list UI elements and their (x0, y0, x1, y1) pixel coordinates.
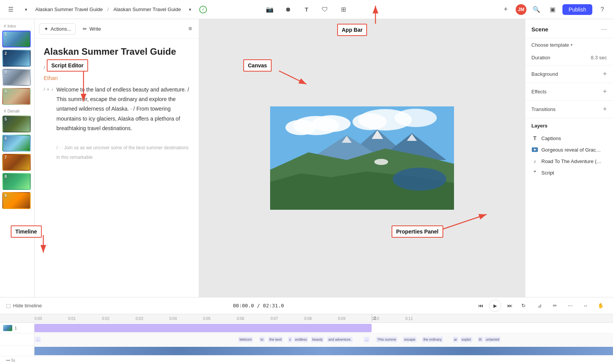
word-token: untamed (485, 337, 500, 342)
track-1-content (34, 323, 613, 333)
word-token: ... (35, 337, 41, 342)
word-token: c (288, 337, 292, 342)
app-bar-left: ☰ ▾ Alaskan Summer Travel Guide / Alaska… (5, 3, 496, 16)
word-token: ... (364, 337, 369, 342)
text-icon[interactable]: T (300, 3, 313, 16)
scene-thumb-9[interactable]: 9 (2, 192, 31, 209)
add-effects-button[interactable]: + (603, 88, 607, 96)
timeline-tools: ⊿ ✏ ⋯ ↔ ✋ (533, 300, 607, 312)
grid-icon[interactable]: ⊞ (337, 3, 349, 16)
publish-button[interactable]: Publish (562, 4, 592, 15)
transitions-row: Transitions + (531, 105, 607, 113)
write-button[interactable]: ✏ Write (79, 24, 105, 34)
choose-template-label: Choose template (531, 42, 569, 48)
properties-panel: Scene ··· Choose template ▾ Duration 8.3… (525, 19, 613, 297)
scene-thumb-2[interactable]: 2 (2, 50, 31, 67)
word-token: Welcom (238, 337, 253, 342)
canvas-area (199, 19, 525, 297)
script-editor: ✦ Actions... ✏ Write ≡ Alaskan Summer Tr… (34, 19, 199, 297)
chevron-down-icon-sub[interactable]: ▾ (184, 3, 196, 16)
five-s-label: ••• 5s (3, 358, 15, 363)
script-line-controls: / + ♪ (44, 85, 53, 92)
record-icon[interactable]: ⏺ (282, 3, 294, 16)
actions-button[interactable]: ✦ Actions... (39, 23, 76, 34)
layer-video[interactable]: Gorgeous reveal of Grace Ridg... (531, 144, 607, 155)
word-token: escape (403, 337, 416, 342)
loop-button[interactable]: ↻ (518, 300, 529, 311)
search-icon[interactable]: 🔍 (530, 3, 543, 16)
timeline-track-1: 1 (0, 323, 613, 333)
scene-thumb-1[interactable]: 1 (2, 31, 31, 47)
skip-forward-button[interactable]: ⏭ (504, 300, 515, 311)
background-section: Background + (525, 65, 613, 83)
magnet-icon[interactable]: ⋯ (564, 300, 576, 312)
scene-thumb-8[interactable]: 8 (2, 173, 31, 190)
add-transitions-button[interactable]: + (603, 105, 607, 113)
denali-section-label: # Denali (2, 107, 32, 116)
scene-thumb-6[interactable]: 6 (2, 135, 31, 152)
camera-icon[interactable]: 📷 (264, 3, 276, 16)
effects-row: Effects + (531, 88, 607, 96)
more-options-icon[interactable]: ··· (601, 25, 607, 33)
track-1-label: 1 (0, 323, 34, 333)
layer-script[interactable]: " Script (531, 167, 607, 178)
scene-header: / Intro (44, 65, 190, 70)
layout-icon[interactable]: ▣ (546, 3, 559, 16)
canvas[interactable] (270, 106, 454, 210)
resize-icon[interactable]: ↔ (579, 300, 592, 312)
hide-timeline-button[interactable]: ⬚ Hide timeline (6, 303, 42, 309)
layer-captions[interactable]: T Captions (531, 132, 607, 144)
shapes-icon[interactable]: 🛡 (319, 3, 331, 16)
app-bar: ☰ ▾ Alaskan Summer Travel Guide / Alaska… (0, 0, 613, 19)
skip-back-button[interactable]: ⏮ (475, 300, 486, 311)
effects-label: Effects (531, 89, 547, 95)
word-token: endless (294, 337, 308, 342)
menu-icon[interactable]: ☰ (5, 3, 17, 16)
list-view-button[interactable]: ≡ (186, 23, 194, 34)
scene-thumb-3[interactable]: 3 (2, 69, 31, 86)
chevron-down-icon[interactable]: ▾ (20, 3, 32, 16)
pen-icon[interactable]: ✏ (549, 300, 561, 312)
script-title: Alaskan Summer Travel Guide (44, 46, 190, 57)
breadcrumb: Alaskan Summer Travel Guide (35, 7, 103, 12)
help-icon[interactable]: ? (596, 3, 608, 16)
word-token: to (259, 337, 265, 342)
filter-icon[interactable]: ⊿ (533, 300, 546, 312)
app-bar-center-tools: 📷 ⏺ T 🛡 ⊞ (264, 3, 349, 16)
time-display: 00:00.0 / 02:31.0 (46, 303, 470, 309)
svg-point-15 (393, 168, 446, 191)
scene-thumb-5[interactable]: 5 (2, 116, 31, 132)
svg-point-3 (312, 115, 351, 132)
background-row: Background + (531, 70, 607, 78)
layer-script-label: Script (541, 170, 554, 176)
canvas-landscape (270, 106, 454, 210)
avatar[interactable]: JM (516, 4, 526, 15)
add-line-btn[interactable]: + (46, 86, 50, 92)
scene-thumb-4[interactable]: 4 (2, 88, 31, 105)
track-captions-label (0, 333, 34, 345)
app-bar-right: + JM 🔍 ▣ Publish ? (500, 3, 608, 16)
hand-icon[interactable]: ✋ (595, 300, 607, 312)
timeline-tracks: 1 ... Welcom to the land c endless beaut… (0, 323, 613, 364)
word-token: th (478, 337, 483, 342)
choose-template-row[interactable]: Choose template ▾ (525, 38, 613, 50)
play-button[interactable]: ▶ (489, 300, 501, 312)
word-token: ar (453, 337, 458, 342)
word-token: beauty (311, 337, 324, 342)
duration-label: Duration (531, 55, 550, 60)
scene-2-label: 2 (374, 316, 376, 320)
scene-thumb-7[interactable]: 7 (2, 154, 31, 171)
word-token: the land (268, 337, 283, 342)
pencil-icon: ✏ (83, 26, 87, 32)
duration-row: Duration 8.3 sec (531, 55, 607, 60)
timeline-ruler: 0:00 0:01 0:02 0:03 0:04 0:05 0:06 0:07 … (0, 314, 613, 323)
scene-1-block[interactable] (34, 324, 372, 332)
word-token: explor (461, 337, 472, 342)
word-token: This summe (376, 337, 397, 342)
layer-captions-label: Captions (541, 135, 561, 141)
scene-list: # Intro 1 2 3 4 # Denali 5 6 7 8 (0, 19, 34, 297)
layer-audio[interactable]: ♪ Road To The Adventure (Instru... (531, 155, 607, 167)
svg-point-16 (374, 159, 388, 165)
add-background-button[interactable]: + (603, 70, 607, 78)
add-icon[interactable]: + (500, 3, 512, 16)
